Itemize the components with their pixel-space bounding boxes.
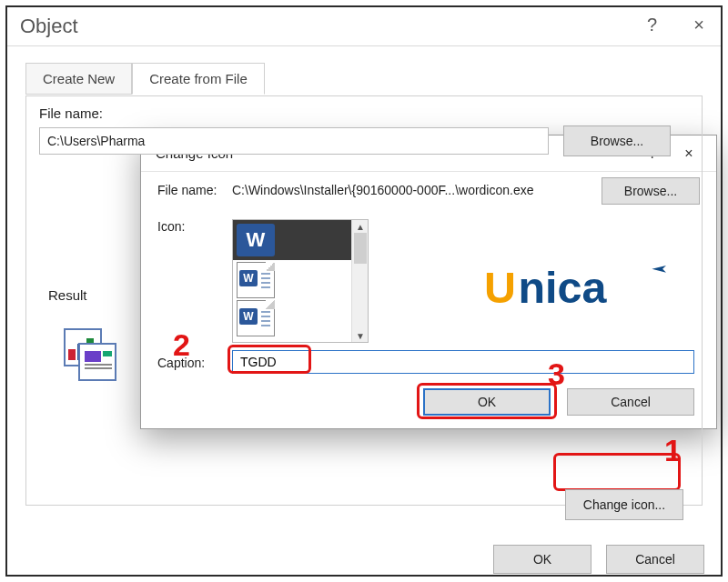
- screenshot-frame: Object ? × Create New Create from File F…: [5, 5, 723, 577]
- browse-button[interactable]: Browse...: [563, 125, 671, 156]
- object-dialog-body: Create New Create from File File name: B…: [7, 45, 721, 575]
- object-ok-button[interactable]: OK: [493, 545, 592, 574]
- svg-rect-5: [85, 351, 101, 362]
- result-icon: [59, 324, 117, 382]
- close-icon[interactable]: ×: [693, 15, 704, 35]
- object-dialog-title: Object: [20, 15, 78, 38]
- result-label: Result: [48, 287, 87, 303]
- help-icon[interactable]: ?: [647, 15, 657, 35]
- object-tabs: Create New Create from File: [25, 63, 265, 95]
- object-cancel-button[interactable]: Cancel: [606, 545, 704, 574]
- file-name-input[interactable]: [39, 127, 549, 155]
- svg-rect-1: [68, 349, 76, 360]
- object-tabpanel: File name: Browse... Result Change icon.…: [25, 95, 703, 506]
- svg-rect-7: [85, 364, 112, 366]
- svg-rect-8: [85, 367, 112, 369]
- tab-create-new[interactable]: Create New: [25, 63, 132, 95]
- change-icon-button[interactable]: Change icon...: [565, 489, 683, 520]
- file-name-label: File name:: [39, 105, 103, 121]
- svg-rect-6: [103, 351, 112, 356]
- tab-create-from-file[interactable]: Create from File: [132, 63, 265, 95]
